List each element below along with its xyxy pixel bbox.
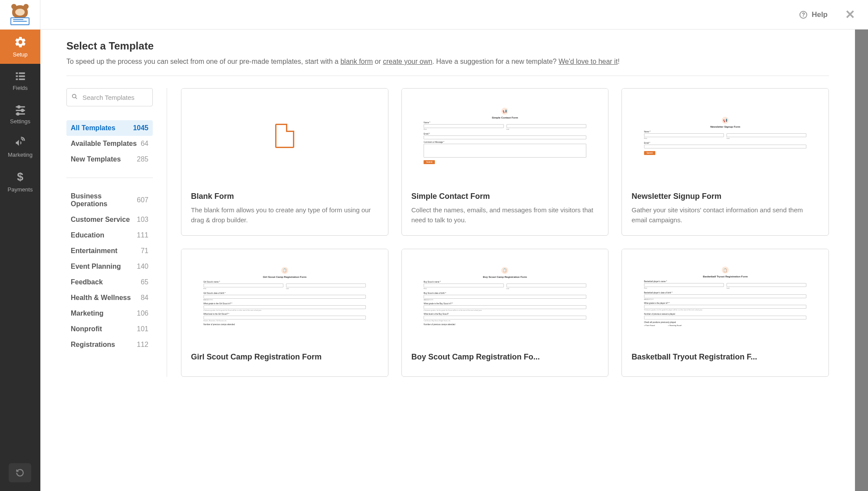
svg-line-13 bbox=[76, 97, 77, 99]
svg-point-7 bbox=[18, 106, 20, 108]
search-input[interactable] bbox=[66, 88, 153, 106]
nav-setup[interactable]: Setup bbox=[0, 30, 40, 64]
header: ? Help ✕ bbox=[40, 0, 868, 30]
bullhorn-icon bbox=[14, 137, 26, 149]
dollar-icon: $ bbox=[17, 170, 23, 184]
logo[interactable] bbox=[0, 0, 40, 30]
nav-payments[interactable]: $ Payments bbox=[0, 164, 40, 199]
svg-point-12 bbox=[72, 94, 76, 98]
undo-icon bbox=[16, 468, 24, 477]
template-card[interactable]: 📋Basketball Tryout Registration FormBask… bbox=[621, 249, 829, 377]
svg-rect-3 bbox=[19, 76, 25, 77]
template-card[interactable]: Blank FormThe blank form allows you to c… bbox=[181, 88, 388, 236]
svg-point-9 bbox=[21, 109, 23, 112]
gear-icon bbox=[14, 36, 27, 49]
help-button[interactable]: ? Help bbox=[799, 10, 828, 19]
intro: Select a Template To speed up the proces… bbox=[66, 30, 829, 76]
nav-label: Setup bbox=[13, 51, 28, 58]
svg-rect-4 bbox=[16, 79, 18, 80]
category-item[interactable]: Customer Service103 bbox=[66, 212, 153, 227]
template-grid: Blank FormThe blank form allows you to c… bbox=[181, 88, 829, 377]
svg-rect-0 bbox=[16, 72, 18, 74]
nav-label: Payments bbox=[8, 186, 33, 193]
svg-point-11 bbox=[16, 113, 19, 115]
card-title: Newsletter Signup Form bbox=[631, 192, 819, 201]
template-card[interactable]: 📋Girl Scout Camp Registration FormGirl S… bbox=[181, 249, 388, 377]
cat-new-templates[interactable]: New Templates 285 bbox=[66, 152, 153, 167]
link-suggestion[interactable]: We'd love to hear it bbox=[559, 58, 618, 65]
card-title: Boy Scout Camp Registration Fo... bbox=[411, 353, 599, 362]
card-title: Basketball Tryout Registration F... bbox=[631, 353, 819, 362]
card-preview: 📋Boy Scout Camp Registration FormBoy Sco… bbox=[402, 249, 608, 344]
cat-available-templates[interactable]: Available Templates 64 bbox=[66, 136, 153, 152]
sidebar: Setup Fields Settings Marketing $ Paymen… bbox=[0, 0, 40, 491]
nav-settings[interactable]: Settings bbox=[0, 97, 40, 131]
category-item[interactable]: Marketing106 bbox=[66, 306, 153, 321]
card-desc: Collect the names, emails, and messages … bbox=[411, 205, 599, 225]
link-blank-form[interactable]: blank form bbox=[340, 58, 373, 65]
nav-label: Fields bbox=[13, 85, 28, 91]
svg-rect-1 bbox=[19, 72, 25, 74]
sliders-icon bbox=[14, 103, 26, 115]
cat-all-templates[interactable]: All Templates 1045 bbox=[66, 120, 153, 136]
nav-label: Settings bbox=[10, 118, 30, 125]
card-title: Girl Scout Camp Registration Form bbox=[191, 353, 378, 362]
nav-label: Marketing bbox=[8, 152, 33, 158]
page-title: Select a Template bbox=[66, 40, 829, 52]
card-preview: 📢Newsletter Signup FormName *FirstLastEm… bbox=[622, 89, 829, 183]
category-item[interactable]: Health & Wellness84 bbox=[66, 290, 153, 306]
category-item[interactable]: Event Planning140 bbox=[66, 259, 153, 274]
nav-marketing[interactable]: Marketing bbox=[0, 131, 40, 164]
list-icon bbox=[14, 70, 26, 82]
category-item[interactable]: Nonprofit101 bbox=[66, 321, 153, 337]
filter-panel: All Templates 1045 Available Templates 6… bbox=[66, 88, 167, 377]
card-title: Blank Form bbox=[191, 192, 378, 201]
category-item[interactable]: Education111 bbox=[66, 227, 153, 243]
intro-text: To speed up the process you can select f… bbox=[66, 56, 829, 67]
help-label: Help bbox=[812, 10, 828, 19]
help-icon: ? bbox=[799, 11, 807, 19]
card-preview: 📋Girl Scout Camp Registration FormGirl S… bbox=[181, 249, 388, 344]
card-title: Simple Contact Form bbox=[411, 192, 599, 201]
card-preview: 📢Simple Contact FormName *FirstLastEmail… bbox=[402, 89, 608, 183]
svg-rect-5 bbox=[19, 79, 25, 80]
template-card[interactable]: 📢Simple Contact FormName *FirstLastEmail… bbox=[401, 88, 609, 236]
template-card[interactable]: 📋Boy Scout Camp Registration FormBoy Sco… bbox=[401, 249, 609, 377]
svg-rect-2 bbox=[16, 76, 18, 77]
category-item[interactable]: Entertainment71 bbox=[66, 243, 153, 259]
link-create-own[interactable]: create your own bbox=[383, 58, 432, 65]
card-desc: The blank form allows you to create any … bbox=[191, 205, 378, 225]
category-item[interactable]: Feedback65 bbox=[66, 274, 153, 290]
category-item[interactable]: Business Operations607 bbox=[66, 188, 153, 212]
categories: Business Operations607Customer Service10… bbox=[66, 188, 153, 353]
undo-button[interactable] bbox=[9, 463, 31, 482]
divider bbox=[66, 178, 153, 178]
card-desc: Gather your site visitors' contact infor… bbox=[631, 205, 819, 225]
top-categories: All Templates 1045 Available Templates 6… bbox=[66, 120, 153, 167]
card-preview: 📋Basketball Tryout Registration FormBask… bbox=[622, 249, 829, 344]
card-preview bbox=[181, 89, 388, 183]
template-card[interactable]: 📢Newsletter Signup FormName *FirstLastEm… bbox=[621, 88, 829, 236]
close-button[interactable]: ✕ bbox=[845, 7, 855, 22]
blank-icon bbox=[275, 124, 294, 148]
search-icon bbox=[72, 94, 78, 101]
nav-fields[interactable]: Fields bbox=[0, 64, 40, 97]
category-item[interactable]: Registrations112 bbox=[66, 337, 153, 353]
